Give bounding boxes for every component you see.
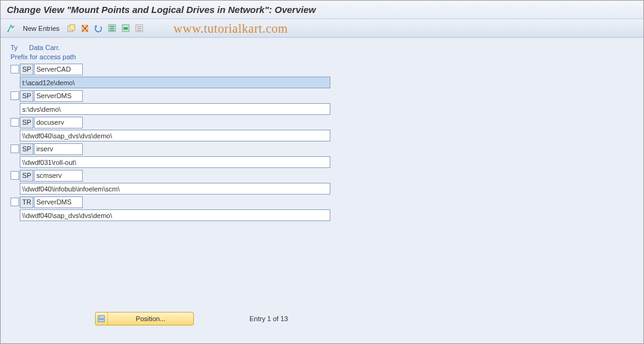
position-label: Position... xyxy=(108,315,193,322)
svg-point-0 xyxy=(7,31,9,32)
table-row: SPirserv\\dwdf031\roll-out\ xyxy=(10,143,634,168)
row-checkbox[interactable] xyxy=(10,91,19,100)
path-field[interactable]: \\dwdf040\infobub\infoelem\scm\ xyxy=(20,183,330,195)
header-carrier: Data Carr. xyxy=(29,44,60,51)
type-field[interactable]: TR xyxy=(20,196,33,208)
data-rows: SPServerCADt:\acad12e\demo\SPServerDMSs:… xyxy=(10,63,634,221)
row-checkbox[interactable] xyxy=(10,118,19,127)
path-field[interactable]: \\dwdf040\sap_dvs\dvs\demo\ xyxy=(20,209,330,221)
table-row: SPServerCADt:\acad12e\demo\ xyxy=(10,63,634,88)
undo-icon[interactable] xyxy=(93,23,104,34)
svg-rect-9 xyxy=(110,30,114,31)
watermark-text: www.tutorialkart.com xyxy=(174,22,288,36)
row-checkbox[interactable] xyxy=(10,198,19,206)
carrier-field[interactable]: ServerCAD xyxy=(34,64,83,75)
svg-rect-15 xyxy=(137,30,141,31)
deselect-all-icon[interactable] xyxy=(133,23,144,34)
page-title: Change View "Mount Points and Logical Dr… xyxy=(7,4,316,15)
entry-count: Entry 1 of 13 xyxy=(249,315,288,322)
path-field[interactable]: s:\dvs\demo\ xyxy=(20,103,330,115)
carrier-field[interactable]: ServerDMS xyxy=(34,90,83,102)
position-icon xyxy=(96,313,108,325)
footer: Position... Entry 1 of 13 xyxy=(95,312,288,325)
svg-rect-17 xyxy=(99,316,101,317)
select-all-icon[interactable] xyxy=(106,23,117,34)
table-row: SPscmserv\\dwdf040\infobub\infoelem\scm\ xyxy=(10,169,634,195)
svg-rect-11 xyxy=(123,27,128,30)
position-button[interactable]: Position... xyxy=(95,312,194,325)
new-entries-button[interactable]: New Entries xyxy=(19,25,63,32)
row-checkbox[interactable] xyxy=(10,145,19,153)
column-headers: Ty Data Carr. xyxy=(10,44,634,51)
carrier-field[interactable]: ServerDMS xyxy=(34,196,83,208)
table-row: SPdocuserv\\dwdf040\sap_dvs\dvs\demo\ xyxy=(10,116,634,141)
header-prefix: Prefix for access path xyxy=(10,53,634,61)
table-row: SPServerDMSs:\dvs\demo\ xyxy=(10,90,634,115)
path-field[interactable]: \\dwdf040\sap_dvs\dvs\demo\ xyxy=(20,130,330,141)
toolbar: New Entries www.tutorialkart.com xyxy=(1,19,643,38)
carrier-field[interactable]: docuserv xyxy=(34,117,83,128)
type-field[interactable]: SP xyxy=(20,117,33,128)
delete-icon[interactable] xyxy=(79,23,90,34)
type-field[interactable]: SP xyxy=(20,90,33,102)
svg-rect-13 xyxy=(137,26,141,27)
title-bar: Change View "Mount Points and Logical Dr… xyxy=(1,1,643,19)
row-checkbox[interactable] xyxy=(10,65,19,73)
path-field[interactable]: \\dwdf031\roll-out\ xyxy=(20,156,330,168)
svg-rect-2 xyxy=(70,25,75,30)
svg-rect-7 xyxy=(110,26,114,27)
type-field[interactable]: SP xyxy=(20,143,33,155)
path-field[interactable]: t:\acad12e\demo\ xyxy=(20,77,330,88)
type-field[interactable]: SP xyxy=(20,170,33,182)
row-checkbox[interactable] xyxy=(10,171,19,180)
svg-rect-14 xyxy=(137,28,141,29)
copy-icon[interactable] xyxy=(65,23,77,34)
table-row: TRServerDMS\\dwdf040\sap_dvs\dvs\demo\ xyxy=(10,196,634,221)
header-type: Ty xyxy=(10,44,24,51)
svg-rect-19 xyxy=(99,319,104,320)
select-block-icon[interactable] xyxy=(120,23,131,34)
type-field[interactable]: SP xyxy=(20,64,33,75)
svg-rect-8 xyxy=(110,28,114,29)
carrier-field[interactable]: scmserv xyxy=(34,170,83,182)
expand-icon[interactable] xyxy=(6,23,17,34)
content-area: Ty Data Carr. Prefix for access path SPS… xyxy=(1,38,643,344)
svg-rect-18 xyxy=(99,318,104,319)
carrier-field[interactable]: irserv xyxy=(34,143,83,155)
